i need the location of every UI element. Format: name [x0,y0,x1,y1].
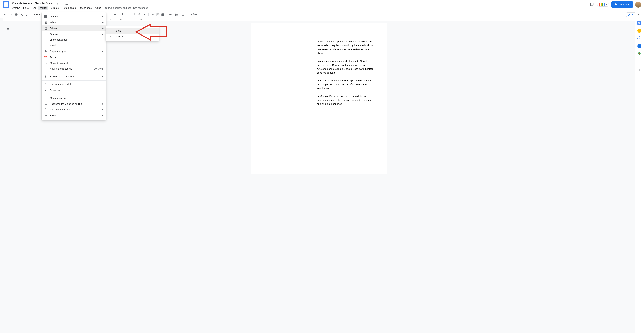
checklist-button[interactable]: ☑≡ [182,12,186,17]
collapse-button[interactable] [636,12,641,17]
comment-history-icon[interactable] [589,2,595,8]
paragraph: si accedes al procesador de textos de Go… [317,59,375,74]
numbered-list-button[interactable]: 1≡▼ [192,12,198,17]
insert-link-button[interactable] [150,12,155,17]
menu-item-label: Saltos [50,114,100,117]
menu-item-línea-horizontal[interactable]: —Línea horizontal [42,37,106,42]
menu-item-menú-desplegable[interactable]: ▭Menú desplegable [42,60,106,66]
add-addon-button[interactable]: + [638,68,642,72]
menu-item-encabezados-y-pies-de-página[interactable]: ▭Encabezados y pies de página▶ [42,101,106,107]
more-button[interactable]: ⋯ [198,12,203,17]
side-panel: 31 ✓ 👤 + [634,18,644,333]
menu-item-icon: ☺ [44,44,47,47]
menu-item-ecuación[interactable]: π²Ecuación [42,87,106,93]
editing-mode-button[interactable]: ▼ [626,12,635,17]
meet-button[interactable]: ▼ [597,2,609,6]
document-title[interactable]: Caja de texto en Google Docs [11,1,53,6]
align-button[interactable]: ≡▼ [168,12,174,17]
menu-item-icon: — [44,38,47,41]
menu-ver[interactable]: Ver [31,6,37,10]
menu-item-label: Marca de agua [50,97,104,100]
menu-item-icon: 🗋 [44,96,47,100]
italic-button[interactable]: I [126,12,131,17]
share-button[interactable]: Compartir [612,1,633,8]
calendar-icon[interactable]: 31 [638,21,642,25]
header: Caja de texto en Google Docs ☆ ▭ ☁ Archi… [0,0,644,10]
outline-toggle-button[interactable] [5,26,11,32]
menu-item-label: Gráfico [50,33,100,36]
menu-editar[interactable]: Editar [22,6,31,10]
document-page[interactable]: cs se ha hecho popular desde su lanzamie… [251,23,387,174]
paint-format-button[interactable]: 🖌 [25,12,30,17]
docs-logo-icon[interactable] [3,1,10,8]
menu-item-elementos-de-creación[interactable]: ⎘Elementos de creación▶ [42,74,106,80]
zoom-select[interactable]: 100% [32,13,41,16]
menu-item-gráfico[interactable]: ⫿Gráfico▶ [42,31,106,37]
menu-item-icon: # [44,108,47,111]
menu-item-dibujo[interactable]: ◫Dibujo▶ [42,25,106,31]
menu-item-nota-a-pie-de-página[interactable]: ≡Nota a pie de páginaCtrl+Alt+F [42,66,106,72]
menu-item-saltos[interactable]: ⇥Saltos▶ [42,112,106,118]
decrease-font-button[interactable]: + [112,12,118,17]
menu-item-caracteres-especiales[interactable]: ΩCaracteres especiales [42,82,106,87]
menu-herramientas[interactable]: Herramientas [60,6,77,10]
submenu-icon: ◬ [108,35,112,38]
submenu-arrow-icon: ▶ [102,114,104,116]
maps-icon[interactable] [638,52,642,56]
underline-button[interactable]: U [131,12,136,17]
drawing-submenu: +Nuevo◬De Drive [106,26,159,41]
menu-insertar[interactable]: Insertar [38,6,48,10]
submenu-item-nuevo[interactable]: +Nuevo [106,28,159,34]
menu-item-icon: ⇥ [44,114,47,117]
redo-button[interactable]: ↷ [8,12,13,17]
menu-item-icon: Ω [44,83,47,86]
bold-button[interactable]: B [120,12,125,17]
menu-ayuda[interactable]: Ayuda [93,6,102,10]
menu-item-imagen[interactable]: 🖼Imagen▶ [42,14,106,20]
insert-image-button[interactable]: ▼ [161,12,166,17]
menu-item-chips-inteligentes[interactable]: ⊘Chips inteligentes▶ [42,48,106,54]
line-spacing-button[interactable] [174,12,179,17]
menu-item-icon: ◫ [44,27,47,30]
menu-item-icon: π² [44,89,47,92]
menu-extensiones[interactable]: Extensiones [78,6,93,10]
menu-item-icon: ▦ [44,21,47,24]
meet-icon [599,3,605,6]
submenu-icon: + [108,29,112,32]
contacts-icon[interactable]: 👤 [638,44,642,48]
move-icon[interactable]: ▭ [60,2,64,5]
text-color-button[interactable]: A [137,12,142,17]
keep-icon[interactable] [638,29,642,33]
paragraph: cs se ha hecho popular desde su lanzamie… [317,40,375,55]
undo-button[interactable]: ↶ [3,12,8,17]
submenu-arrow-icon: ▶ [102,109,104,111]
print-button[interactable] [14,12,19,17]
menu-item-tabla[interactable]: ▦Tabla▶ [42,20,106,25]
menu-item-icon: ⊘ [44,50,47,53]
spellcheck-button[interactable]: A̲ [19,12,24,17]
svg-point-0 [639,53,640,54]
submenu-item-de-drive[interactable]: ◬De Drive [106,34,159,40]
menu-item-fecha[interactable]: 📅Fecha [42,54,106,60]
submenu-arrow-icon: ▶ [102,22,104,23]
menu-item-label: Ecuación [50,89,104,92]
tasks-icon[interactable]: ✓ [638,36,642,40]
share-label: Compartir [618,3,630,6]
cloud-status-icon[interactable]: ☁ [65,2,68,5]
menu-archivo[interactable]: Archivo [11,6,22,10]
user-avatar[interactable] [635,2,641,8]
submenu-arrow-icon: ▶ [102,16,104,18]
menu-item-label: Caracteres especiales [50,83,104,86]
star-icon[interactable]: ☆ [55,2,58,5]
last-modified-link[interactable]: Última modificación hace unos segundos [105,6,148,9]
bulleted-list-button[interactable]: ⋮≡▼ [187,12,192,17]
add-comment-button[interactable] [155,12,160,17]
menu-item-números-de-página[interactable]: #Números de página▶ [42,107,106,112]
menu-item-label: Línea horizontal [50,38,104,41]
menu-item-icon: ▭ [44,102,47,106]
menu-formato[interactable]: Formato [49,6,60,10]
menu-item-emoji[interactable]: ☺Emoji [42,42,106,48]
vertical-ruler [0,18,3,333]
highlight-button[interactable] [142,12,147,17]
menu-item-marca-de-agua[interactable]: 🗋Marca de agua [42,95,106,101]
